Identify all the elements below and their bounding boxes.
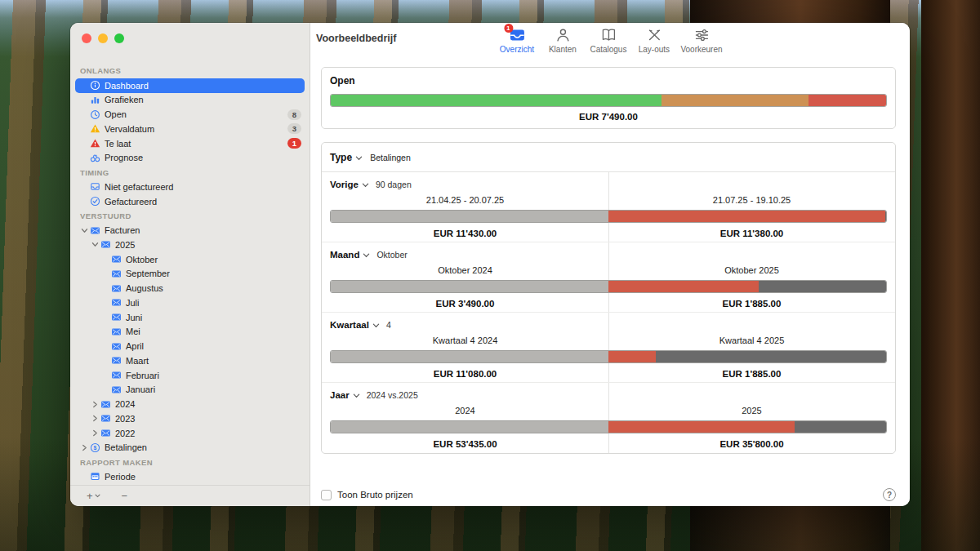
row-name: Maand — [330, 250, 359, 260]
bar-segment-previous — [331, 421, 608, 433]
toolbar-item-voorkeuren[interactable]: Voorkeuren — [680, 27, 722, 54]
open-bar-segment-late — [808, 95, 886, 106]
disclosure-chevron-right-icon[interactable] — [90, 415, 100, 422]
warning-icon — [89, 138, 100, 149]
sidebar-item-oktober[interactable]: Oktober — [75, 252, 305, 267]
sidebar-item-niet-gefactureerd[interactable]: Niet gefactureerd — [75, 180, 305, 194]
row-param: Oktober — [376, 250, 407, 260]
sidebar-item-2022[interactable]: 2022 — [75, 426, 305, 441]
row-period-selector[interactable]: Vorige90 dagen — [330, 180, 412, 189]
remove-item-button[interactable]: − — [122, 490, 128, 502]
minimize-window-button[interactable] — [98, 33, 108, 43]
previous-period-amount: EUR 11'430.00 — [322, 229, 608, 238]
sidebar-item-maart[interactable]: Maart — [75, 353, 305, 368]
chevron-down-icon — [355, 156, 363, 161]
binoculars-icon — [89, 152, 100, 163]
sidebar-item-2023[interactable]: 2023 — [75, 411, 305, 426]
bar-segment-previous — [331, 211, 608, 222]
previous-period-label: 2024 — [322, 406, 608, 415]
toolbar-item-overzicht[interactable]: 1Overzicht — [497, 27, 536, 54]
sidebar-item-label: Mei — [126, 327, 140, 336]
count-badge: 3 — [287, 123, 301, 134]
sidebar-item-gefactureerd[interactable]: Gefactureerd — [75, 194, 305, 209]
bar-segment-current — [608, 281, 759, 292]
disclosure-chevron-down-icon[interactable] — [79, 227, 89, 234]
current-period-amount: EUR 35'800.00 — [608, 439, 895, 449]
sidebar-item-open[interactable]: Open8 — [75, 107, 305, 122]
row-period-selector[interactable]: Kwartaal4 — [330, 320, 391, 330]
sliders-icon — [693, 27, 710, 42]
comparison-rows: Vorige90 dagen21.04.25 - 20.07.2521.07.2… — [322, 172, 895, 453]
sidebar-item-februari[interactable]: Februari — [75, 368, 305, 383]
toolbar-item-label: Klanten — [549, 45, 577, 54]
sidebar-item-januari[interactable]: Januari — [75, 383, 305, 398]
toolbar-item-catalogus[interactable]: Catalogus — [589, 27, 627, 54]
sidebar-item-label: Gefactureerd — [105, 197, 157, 207]
previous-period-label: Kwartaal 4 2024 — [322, 335, 608, 345]
sidebar-item-vervaldatum[interactable]: Vervaldatum3 — [75, 122, 305, 136]
disclosure-chevron-right-icon[interactable] — [90, 429, 100, 437]
disclosure-chevron-right-icon[interactable] — [90, 401, 100, 408]
bar-segment-remainder — [759, 281, 886, 292]
close-window-button[interactable] — [82, 33, 91, 43]
envelope-icon — [110, 340, 122, 352]
sidebar-item-grafieken[interactable]: Grafieken — [75, 93, 305, 108]
count-badge: 1 — [287, 138, 301, 149]
sidebar-item-label: Maart — [126, 356, 149, 366]
toolbar-item-label: Voorkeuren — [680, 45, 722, 54]
sidebar-item-facturen[interactable]: Facturen — [75, 223, 305, 238]
row-param: 4 — [386, 320, 391, 330]
envelope-icon — [110, 370, 122, 381]
current-period-label: Oktober 2025 — [608, 265, 895, 275]
type-selector-label[interactable]: Type — [330, 152, 352, 163]
disclosure-chevron-right-icon[interactable] — [79, 444, 89, 451]
type-selector-value[interactable]: Betalingen — [370, 153, 411, 162]
bar-segment-current — [608, 211, 885, 222]
plus-icon: + — [87, 490, 93, 502]
gross-prices-label: Toon Bruto prijzen — [337, 490, 413, 500]
row-period-selector[interactable]: Jaar2024 vs.2025 — [330, 390, 418, 400]
sidebar: ONLANGSDashboardGrafiekenOpen8Vervaldatu… — [70, 23, 310, 506]
sidebar-item-label: April — [126, 341, 144, 351]
comparison-bar — [330, 350, 887, 363]
info-icon — [89, 80, 100, 91]
sidebar-item-label: 2023 — [115, 414, 135, 424]
sidebar-footer: + − — [70, 485, 310, 506]
sidebar-item-september[interactable]: September — [75, 267, 305, 282]
sidebar-item-april[interactable]: April — [75, 339, 305, 353]
sidebar-item-augustus[interactable]: Augustus — [75, 281, 305, 295]
warning-icon — [89, 123, 100, 135]
dollar-icon: $ — [89, 442, 100, 453]
sidebar-item-2024[interactable]: 2024 — [75, 397, 305, 411]
chart-icon — [89, 94, 100, 105]
zoom-window-button[interactable] — [114, 33, 124, 43]
gross-prices-checkbox[interactable] — [321, 490, 332, 500]
disclosure-chevron-down-icon[interactable] — [90, 241, 100, 248]
envelope-icon — [100, 428, 111, 439]
sidebar-item-label: Grafieken — [105, 95, 144, 104]
toolbar-item-klanten[interactable]: Klanten — [543, 27, 581, 54]
open-status-bar — [330, 94, 887, 107]
sidebar-item-te-laat[interactable]: Te laat1 — [75, 136, 305, 151]
help-icon[interactable]: ? — [883, 488, 896, 501]
add-item-button[interactable]: + — [87, 490, 100, 502]
sidebar-item-label: Betalingen — [105, 442, 147, 452]
calendar-icon — [89, 471, 100, 482]
row-period-selector[interactable]: MaandOktober — [330, 250, 408, 260]
toolbar-item-lay-outs[interactable]: Lay-outs — [635, 27, 673, 54]
open-total-amount: EUR 7'490.00 — [330, 112, 887, 122]
sidebar-item-label: 2025 — [115, 240, 135, 250]
sidebar-item-label: Dashboard — [105, 81, 149, 91]
sidebar-item-prognose[interactable]: Prognose — [75, 151, 305, 166]
sidebar-item-betalingen[interactable]: $Betalingen — [75, 441, 305, 455]
sidebar-item-2025[interactable]: 2025 — [75, 238, 305, 252]
sidebar-item-periode[interactable]: Periode — [75, 469, 305, 484]
sidebar-item-mei[interactable]: Mei — [75, 325, 305, 340]
sidebar-item-juli[interactable]: Juli — [75, 295, 305, 310]
type-selector-row: Type Betalingen — [322, 143, 895, 172]
comparison-bar — [330, 420, 887, 433]
clock-icon — [89, 109, 100, 120]
sidebar-item-dashboard[interactable]: Dashboard — [75, 78, 305, 93]
sidebar-item-juni[interactable]: Juni — [75, 310, 305, 325]
envelope-icon — [100, 398, 111, 410]
